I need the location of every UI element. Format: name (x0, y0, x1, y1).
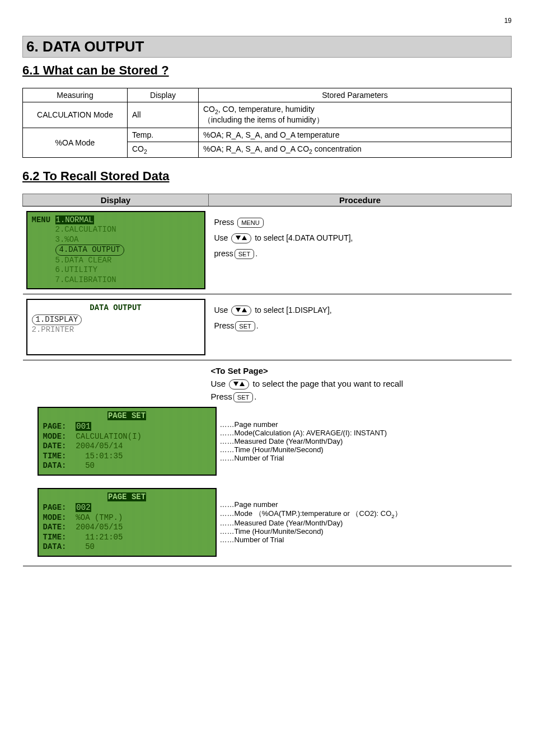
proc2-procedure: Use to select [1.DISPLAY], PressSET. (209, 294, 512, 360)
svg-marker-2 (236, 308, 241, 312)
notes-group-1: ……Page number ……Mode(Calculation (A): AV… (217, 420, 508, 462)
note2-1: ……Page number (220, 500, 508, 509)
set-button-icon-2: SET (235, 321, 255, 331)
lcd3-r5l: DATA: (43, 461, 67, 470)
page-number: 19 (22, 17, 512, 25)
svg-marker-1 (242, 236, 247, 240)
proc3-press: Press (211, 392, 232, 401)
t1-r2c2: Temp. (128, 128, 199, 142)
lcd3-r2l: MODE: (43, 432, 67, 441)
note1-1: ……Page number (220, 420, 508, 429)
lcd4-r4v: 11:21:05 (85, 533, 123, 542)
note2-5: ……Number of Trial (220, 536, 508, 544)
stored-params-table: Measuring Display Stored Parameters CALC… (22, 88, 512, 158)
proc2-use: Use (214, 306, 231, 314)
lcd4-r3l: DATE: (43, 523, 67, 532)
svg-marker-3 (242, 308, 247, 312)
lcd1-l7: 7.CALIBRATION (55, 275, 116, 284)
note2-4: ……Time (Hour/Munite/Second) (220, 527, 508, 536)
lcd1-l3: 3.%OA (55, 235, 79, 244)
co2-sub-2: 2 (144, 148, 147, 155)
proc-h-display: Display (23, 194, 209, 206)
lcd1-l6: 6.UTILITY (55, 265, 98, 274)
proc3-dot: . (254, 392, 256, 401)
lcd4-r2v: %OA (TMP.) (76, 513, 123, 522)
lcd1-l1: 1.NORMAL (55, 215, 94, 224)
t1-h2: Display (128, 88, 199, 102)
lcd4-r2l: MODE: (43, 513, 67, 522)
proc1-display: MENU 1.NORMAL 2.CALCULATION 3.%OA 4.DATA… (23, 206, 209, 294)
lcd3-title: PAGE SET (107, 411, 146, 420)
note2-2: ……Mode （%OA(TMP.):temperature or （CO2): … (220, 509, 508, 519)
down-up-arrows-icon-3 (229, 379, 249, 389)
lcd3-r5v: 50 (85, 461, 95, 470)
lcd2-l1: 1.DISPLAY (32, 314, 82, 326)
t1-h3: Stored Parameters (199, 88, 512, 102)
t1-h1: Measuring (23, 88, 128, 102)
lcd-menu: MENU 1.NORMAL 2.CALCULATION 3.%OA 4.DATA… (26, 211, 205, 290)
note1-2: ……Mode(Calculation (A): AVERAGE/(I): INS… (220, 429, 508, 437)
lcd4-title: PAGE SET (107, 492, 146, 501)
note1-5: ……Number of Trial (220, 454, 508, 462)
proc1-use: Use (214, 233, 231, 242)
t1-r3c2: CO2 (128, 142, 199, 157)
lcd1-l5: 5.DATA CLEAR (55, 256, 112, 265)
lcd-page-set-1: PAGE SET PAGE: 001 MODE: CALCULATION(I) … (38, 407, 217, 476)
lcd3-r1l: PAGE: (43, 422, 67, 431)
t1-r1c3: CO2, CO, temperature, humidity （includin… (199, 102, 512, 128)
lcd1-l4: 4.DATA OUTPUT (55, 245, 124, 256)
t1-r3c2-text: CO (132, 144, 144, 153)
section-title: 6. DATA OUTPUT (22, 36, 512, 58)
note1-4: ……Time (Hour/Munite/Second) (220, 445, 508, 454)
svg-marker-5 (240, 382, 245, 386)
lcd3-r2v: CALCULATION(I) (76, 432, 142, 441)
down-up-arrows-icon-2 (231, 306, 251, 316)
proc3-use: Use (211, 379, 228, 388)
svg-marker-4 (233, 382, 238, 386)
lcd3-r3v: 2004/05/14 (76, 442, 123, 450)
t1-r1c3-c: （including the items of humidity） (203, 115, 324, 124)
proc2-display: DATA OUTPUT 1.DISPLAY 2.PRINTER (23, 294, 209, 360)
t1-r1c3-a: CO (203, 105, 215, 114)
lcd2-l2: 2.PRINTER (32, 325, 200, 335)
lcd4-r5v: 50 (85, 542, 95, 551)
down-up-arrows-icon (231, 233, 251, 243)
note2-2a: ……Mode （%OA(TMP.):temperature or （CO2): … (220, 509, 392, 518)
lcd1-menu: MENU (32, 215, 51, 224)
lcd4-r3v: 2004/05/15 (76, 523, 123, 532)
lcd-data-output: DATA OUTPUT 1.DISPLAY 2.PRINTER (26, 299, 205, 355)
lcd3-r3l: DATE: (43, 442, 67, 450)
proc1-to-select: to select [4.DATA OUTPUT], (255, 233, 353, 242)
notes-group-2: ……Page number ……Mode （%OA(TMP.):temperat… (217, 500, 508, 544)
lcd3-r4l: TIME: (43, 452, 67, 461)
t1-r2c3: %OA; R_A, S_A, and O_A temperature (199, 128, 512, 142)
proc-h-procedure: Procedure (209, 194, 512, 206)
proc2-press: Press (214, 321, 235, 330)
t1-r3c3: %OA; R_A, S_A, and O_A CO2 concentration (199, 142, 512, 157)
proc1-dot: . (255, 249, 257, 258)
proc1-procedure: Press MENU Use to select [4.DATA OUTPUT]… (209, 206, 512, 294)
proc2-to-select: to select [1.DISPLAY], (255, 306, 331, 314)
proc3-to-select: to select the page that you want to reca… (253, 379, 404, 388)
procedure-table: Display Procedure MENU 1.NORMAL 2.CALCUL… (22, 194, 512, 566)
proc1-press: Press (214, 218, 237, 227)
t1-r1c1: CALCULATION Mode (23, 102, 128, 128)
set-button-icon-3: SET (233, 392, 253, 402)
lcd3-r1v: 001 (76, 422, 91, 431)
lcd4-r1v: 002 (76, 503, 91, 512)
menu-button-icon: MENU (237, 218, 263, 228)
lcd-page-set-2: PAGE SET PAGE: 002 MODE: %OA (TMP.) DATE… (38, 488, 217, 557)
lcd4-r1l: PAGE: (43, 503, 67, 512)
lcd4-r4l: TIME: (43, 533, 67, 542)
lcd4-r5l: DATA: (43, 542, 67, 551)
t1-r3c3-b: concentration (312, 144, 362, 153)
proc2-dot: . (256, 321, 259, 330)
t1-r3c3-a: %OA; R_A, S_A, and O_A CO (203, 144, 309, 153)
note1-3: ……Measured Date (Year/Month/Day) (220, 437, 508, 445)
lcd2-title: DATA OUTPUT (32, 303, 200, 313)
subsection-6-2: 6.2 To Recall Stored Data (22, 169, 512, 184)
proc1-press2: press (214, 249, 233, 258)
set-button-icon: SET (235, 249, 254, 259)
t1-r2c1: %OA Mode (23, 128, 128, 157)
note2-2b: ） (395, 509, 402, 518)
